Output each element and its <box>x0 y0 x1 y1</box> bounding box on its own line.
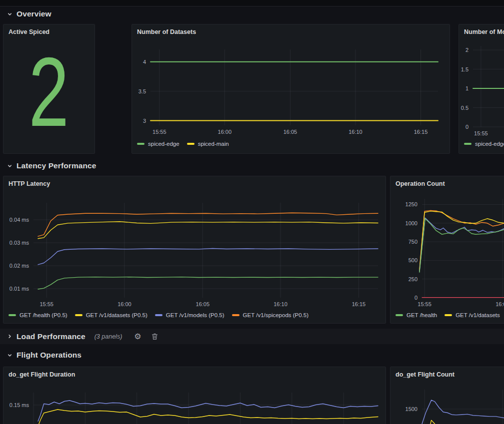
panel-operation-count: Operation Count 15:5516:0016:0516:101250… <box>390 176 504 324</box>
legend-item[interactable]: GET /v1/models (P0.5) <box>155 312 224 318</box>
legend-label: GET /v1/models (P0.5) <box>166 312 224 318</box>
panel-number-of-datasets: Number of Datasets 15:5516:0016:0516:101… <box>132 24 450 154</box>
svg-text:250: 250 <box>408 276 418 282</box>
svg-text:0.5: 0.5 <box>461 105 468 111</box>
svg-text:16:10: 16:10 <box>274 301 288 307</box>
svg-text:15:55: 15:55 <box>418 301 432 307</box>
legend-item[interactable]: GET /v1/datasets (P0.5) <box>75 312 148 318</box>
legend-swatch <box>187 143 194 145</box>
svg-text:1250: 1250 <box>406 201 418 207</box>
chart-number-of-models[interactable]: 15:5516:0016:0521.510.50 <box>459 24 504 154</box>
legend-swatch <box>137 143 144 145</box>
legend-swatch <box>232 314 240 316</box>
section-title: Latency Performance <box>16 161 96 170</box>
stat-display: 2 <box>4 24 94 153</box>
svg-text:16:05: 16:05 <box>196 301 210 307</box>
svg-text:1.5: 1.5 <box>461 66 468 72</box>
chevron-down-icon <box>7 163 12 169</box>
chart-do-get-flight-count[interactable]: 1500 <box>390 367 504 424</box>
svg-text:15:55: 15:55 <box>40 301 54 307</box>
panel-active-spiced: Active Spiced 2 <box>3 24 95 154</box>
svg-text:1: 1 <box>466 85 468 91</box>
svg-text:15:55: 15:55 <box>474 130 488 136</box>
section-title: Load Performance <box>16 332 86 341</box>
trash-icon[interactable] <box>152 333 158 340</box>
svg-text:0: 0 <box>414 295 418 301</box>
svg-text:0: 0 <box>466 124 468 130</box>
legend-label: GET /health <box>406 312 437 318</box>
chart-operation-count[interactable]: 15:5516:0016:0516:10125010007505002500 <box>390 176 504 324</box>
legend-item[interactable]: GET /v1/spicepods (P0.5) <box>232 312 308 318</box>
grafana-dashboard: Overview Active Spiced 2 Number of Datas… <box>0 0 504 424</box>
legend-item[interactable]: spiced-edge <box>137 141 180 147</box>
svg-text:500: 500 <box>408 257 418 263</box>
svg-text:0.01 ms: 0.01 ms <box>10 286 30 292</box>
legend-swatch <box>155 314 162 316</box>
chart-legend: GET /healthGET /v1/datasetsGET /v1/model… <box>396 312 504 318</box>
svg-text:0.15 ms: 0.15 ms <box>10 402 30 408</box>
panel-http-latency: HTTP Latency 15:5516:0016:0516:1016:150.… <box>3 176 386 324</box>
legend-label: spiced-edge <box>148 141 180 147</box>
legend-label: GET /v1/datasets (P0.5) <box>86 312 148 318</box>
panel-do-get-flight-duration: do_get Flight Duration 0.15 ms <box>3 367 386 424</box>
chevron-down-icon <box>7 11 12 17</box>
chart-legend: spiced-edgespiced-main <box>137 141 229 147</box>
section-header-latency-performance[interactable]: Latency Performance <box>7 160 96 172</box>
section-header-load-performance[interactable]: Load Performance (3 panels) ⚙︎ <box>0 329 504 344</box>
section-title: Overview <box>16 9 52 18</box>
chart-http-latency[interactable]: 15:5516:0016:0516:1016:150.04 ms0.03 ms0… <box>4 176 386 324</box>
section-header-flight-operations[interactable]: Flight Operations <box>7 349 82 361</box>
legend-item[interactable]: GET /health <box>396 312 437 318</box>
legend-swatch <box>75 314 82 316</box>
chart-do-get-flight-duration[interactable]: 0.15 ms <box>4 367 386 424</box>
chevron-down-icon <box>7 353 12 358</box>
legend-swatch <box>396 314 403 316</box>
svg-text:16:05: 16:05 <box>284 129 298 135</box>
svg-text:16:00: 16:00 <box>496 301 504 307</box>
svg-text:0.04 ms: 0.04 ms <box>10 217 30 223</box>
chevron-right-icon <box>7 332 12 341</box>
chart-legend: GET /health (P0.5)GET /v1/datasets (P0.5… <box>8 312 308 318</box>
legend-label: GET /v1/datasets <box>456 312 500 318</box>
panel-number-of-models: Number of Models 15:5516:0016:0521.510.5… <box>458 24 504 154</box>
svg-text:16:00: 16:00 <box>118 301 132 307</box>
legend-label: GET /v1/spicepods (P0.5) <box>243 312 308 318</box>
panel-count-label: (3 panels) <box>94 333 122 340</box>
legend-swatch <box>8 314 16 316</box>
svg-text:0.02 ms: 0.02 ms <box>10 263 30 269</box>
svg-text:16:00: 16:00 <box>218 129 232 135</box>
svg-text:16:15: 16:15 <box>414 129 428 135</box>
legend-label: GET /health (P0.5) <box>20 312 68 318</box>
section-header-overview[interactable]: Overview <box>7 8 52 20</box>
legend-swatch <box>464 143 472 145</box>
section-title: Flight Operations <box>16 351 82 360</box>
panel-do-get-flight-count: do_get Flight Count 1500 <box>390 367 504 424</box>
svg-text:15:55: 15:55 <box>152 129 166 135</box>
gear-icon[interactable]: ⚙︎ <box>134 333 141 341</box>
legend-swatch <box>444 314 452 316</box>
svg-text:3: 3 <box>143 118 146 124</box>
stat-value: 2 <box>29 43 70 141</box>
svg-text:16:15: 16:15 <box>352 301 366 307</box>
legend-item[interactable]: spiced-edge <box>464 141 504 147</box>
svg-text:1000: 1000 <box>406 220 418 226</box>
svg-text:4: 4 <box>143 59 146 65</box>
legend-label: spiced-edge <box>475 141 504 147</box>
chart-legend: spiced-edge <box>464 141 504 147</box>
svg-text:3.5: 3.5 <box>138 88 146 94</box>
svg-text:750: 750 <box>408 239 418 245</box>
svg-text:1500: 1500 <box>406 406 418 412</box>
svg-text:2: 2 <box>466 47 468 53</box>
legend-item[interactable]: spiced-main <box>187 141 229 147</box>
legend-item[interactable]: GET /v1/datasets <box>444 312 500 318</box>
legend-item[interactable]: GET /health (P0.5) <box>8 312 68 318</box>
svg-text:16:10: 16:10 <box>348 129 362 135</box>
legend-label: spiced-main <box>198 141 229 147</box>
svg-text:0.03 ms: 0.03 ms <box>10 240 30 246</box>
chart-number-of-datasets[interactable]: 15:5516:0016:0516:1016:1543.53 <box>132 24 450 154</box>
top-bar <box>0 0 504 6</box>
